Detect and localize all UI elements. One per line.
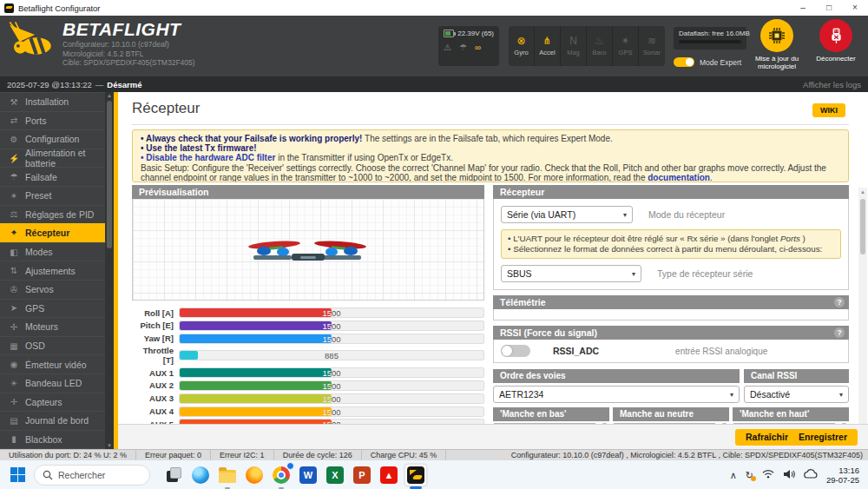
page-title: Récepteur xyxy=(132,100,200,117)
title-divider xyxy=(132,124,849,125)
sidebar-item-failsafe[interactable]: ☂Failsafe xyxy=(0,167,105,186)
sensor-label: Gyro xyxy=(514,49,528,56)
taskbar-chrome-icon[interactable] xyxy=(270,464,293,486)
chevron-down-icon: ▾ xyxy=(730,391,733,399)
scroll-down-icon[interactable]: ▼ xyxy=(105,443,114,448)
channel-row-4: AUX 115001500 xyxy=(132,367,484,378)
receiver-mode-select[interactable]: Série (via UART) ▾ xyxy=(501,206,633,223)
sidebar-item-sensors[interactable]: ✛Capteurs xyxy=(0,393,105,412)
window-title: Betaflight Configurator xyxy=(18,3,101,13)
help-icon[interactable]: ? xyxy=(834,297,845,307)
disconnect-button[interactable]: Déconnecter xyxy=(809,19,863,63)
cloud-icon[interactable] xyxy=(804,469,818,480)
volume-icon[interactable] xyxy=(783,469,795,481)
osd-icon: ▦ xyxy=(9,341,19,351)
taskbar-clock[interactable]: 13:16 29-07-25 xyxy=(826,466,859,485)
brand-wordmark: BETAFLIGHT xyxy=(62,19,195,40)
taskbar-excel-icon[interactable]: X xyxy=(324,464,346,486)
adc-filter-link[interactable]: • Disable the hardware ADC filter xyxy=(141,153,275,162)
tray-chevron-icon[interactable]: ∧ xyxy=(730,470,737,480)
taskbar-file-explorer-icon[interactable] xyxy=(216,464,239,486)
minimize-button[interactable]: – xyxy=(790,0,816,16)
firmware-update-label: Mise à jour du micrologiciel xyxy=(750,55,804,70)
documentation-link[interactable]: documentation xyxy=(648,173,710,182)
channel-bar: 15001500 xyxy=(179,334,484,344)
sidebar-item-video-transmitter[interactable]: ◉Émetteur vidéo xyxy=(0,354,105,373)
taskbar-acrobat-icon[interactable]: ▲ xyxy=(378,464,400,486)
expert-mode-toggle[interactable] xyxy=(674,57,694,67)
taskbar-word-icon[interactable]: W xyxy=(297,464,319,486)
taskbar-task-view-icon[interactable] xyxy=(162,464,185,486)
start-button[interactable] xyxy=(10,467,25,482)
firmware-update-button[interactable]: Mise à jour du micrologiciel xyxy=(750,19,804,70)
sidebar-item-ports[interactable]: ⇄Ports xyxy=(0,111,105,130)
parachute-icon: ☂ xyxy=(9,172,19,182)
channel-label: Roll [A] xyxy=(132,308,174,318)
scroll-up-icon[interactable]: ▲ xyxy=(858,189,867,195)
sidebar-item-installation[interactable]: ⚒Installation xyxy=(0,92,105,111)
restore-button[interactable]: □ xyxy=(816,0,842,16)
content-scrollbar[interactable]: ▲ ▼ xyxy=(858,188,867,424)
bee-logo-icon xyxy=(7,19,57,57)
taskbar-betaflight-icon[interactable] xyxy=(404,464,427,486)
sidebar-item-adjustments[interactable]: ⇅Ajustements xyxy=(0,261,105,280)
link-icon: ∞ xyxy=(475,43,481,53)
arming-state: Désarmé xyxy=(107,80,141,89)
sidebar-scrollbar[interactable]: ▲ ▼ xyxy=(105,92,114,449)
receiver-icon: ⌖ xyxy=(9,228,19,238)
rssi-adc-toggle[interactable] xyxy=(501,345,530,357)
sidebar-item-configuration[interactable]: ⚙Configuration xyxy=(0,129,105,149)
chevron-down-icon: ▾ xyxy=(623,211,627,219)
sidebar-scroll-thumb[interactable] xyxy=(107,101,112,248)
sidebar-item-osd[interactable]: ▦OSD xyxy=(0,336,105,355)
wiki-button[interactable]: WIKI xyxy=(812,103,845,117)
stick-center-header: Manche au neutre xyxy=(613,407,729,421)
usb-disconnect-icon xyxy=(830,28,843,44)
status-right-text: Configurateur: 10.10.0 (c97deaf) , Micro… xyxy=(511,451,868,459)
battery-voltage: 22.39V (65) xyxy=(457,30,494,37)
status-segment: Erreur paquet: 0 xyxy=(136,450,211,460)
content-scroll-thumb[interactable] xyxy=(860,199,865,254)
show-logs-link[interactable]: Afficher les logs xyxy=(803,80,861,89)
channel-bars: Roll [A]15001500Pitch [E]15001500Yaw [R]… xyxy=(132,307,484,424)
sidebar-item-modes[interactable]: ◧Modes xyxy=(0,242,105,261)
wifi-icon[interactable] xyxy=(762,469,774,480)
help-icon[interactable]: ? xyxy=(834,327,845,338)
sidebar-item-pid-tuning[interactable]: ⚖Réglages de PID xyxy=(0,205,105,224)
close-button[interactable]: × xyxy=(842,0,868,16)
log-strip: 2025-07-29 @13:13:22 — Désarmé Afficher … xyxy=(0,76,868,92)
scroll-up-icon[interactable]: ▲ xyxy=(105,93,114,98)
windows-taskbar: Rechercher WXP▲ ∧ ↻ 13:16 29-07-25 xyxy=(0,460,868,489)
sidebar-item-motors[interactable]: ✢Moteurs xyxy=(0,317,105,336)
taskbar-edge-icon[interactable] xyxy=(189,464,212,486)
sidebar-item-receiver[interactable]: ⌖Récepteur xyxy=(0,223,105,242)
preview-panel-header: Prévisualisation xyxy=(132,185,484,199)
rssi-channel-header: Canal RSSI xyxy=(744,369,849,383)
sidebar-item-label: Configuration xyxy=(25,134,79,144)
adjustments-icon: ⇅ xyxy=(9,266,19,275)
sidebar-item-servos[interactable]: ✇Servos xyxy=(0,280,105,299)
rssi-channel-select[interactable]: Désactivé ▾ xyxy=(744,386,849,403)
battery-icon xyxy=(444,30,454,37)
save-button[interactable]: Enregistrer xyxy=(788,429,858,446)
configurator-version: Configurateur: 10.10.0 (c97deaf) xyxy=(62,40,195,50)
serial-provider-select[interactable]: SBUS ▾ xyxy=(501,265,641,282)
taskbar-search[interactable]: Rechercher xyxy=(34,465,150,486)
sidebar-item-logging[interactable]: ▤Journal de bord xyxy=(0,411,105,430)
taskbar-powerpoint-icon[interactable]: P xyxy=(351,464,373,486)
sidebar-item-gps[interactable]: ➤GPS xyxy=(0,299,105,318)
channel-bar: 15001500 xyxy=(179,307,484,318)
taskbar-firefox-icon[interactable] xyxy=(243,464,266,486)
sidebar-item-power-battery[interactable]: ⚡Alimentation et batterie xyxy=(0,149,105,168)
sidebar-item-blackbox[interactable]: ▮Blackbox xyxy=(0,430,105,449)
sonar-icon: ≋ xyxy=(648,36,656,47)
sync-icon[interactable]: ↻ xyxy=(746,470,753,480)
channel-map-select[interactable]: AETR1234 ▾ xyxy=(493,386,740,403)
sidebar-item-preset[interactable]: ✶Preset xyxy=(0,186,105,205)
sidebar-item-label: Alimentation et batterie xyxy=(25,148,105,169)
channel-bar: 15001500 xyxy=(179,320,484,331)
betaflight-logo: BETAFLIGHT Configurateur: 10.10.0 (c97de… xyxy=(7,19,195,68)
sidebar-item-led-strip[interactable]: ☀Bandeau LED xyxy=(0,373,105,393)
content-footer: Rafraîchir Enregistrer xyxy=(118,424,868,449)
quad-preview-canvas[interactable] xyxy=(132,199,484,301)
